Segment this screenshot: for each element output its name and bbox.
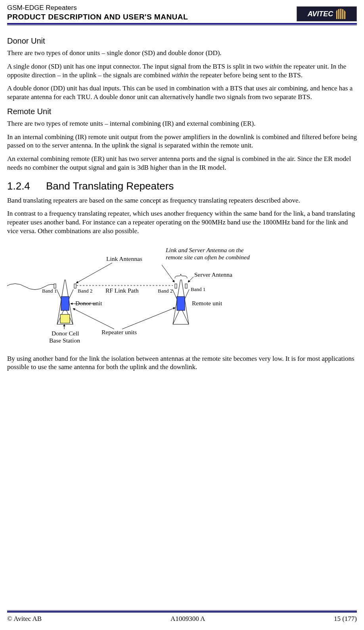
band-p3: By using another band for the link the i… (7, 354, 357, 372)
svg-rect-7 (185, 284, 187, 288)
remote-p2: In an internal combining (IR) remote uni… (7, 133, 357, 150)
page-footer: © Avitec AB A1009300 A 15 (177) (7, 610, 357, 623)
note-line2: remote site can often be combined (166, 254, 250, 260)
label-link-antennas: Link Antennas (106, 255, 142, 262)
band-p2: In contrast to a frequency translating r… (7, 209, 357, 235)
heading-number: 1.2.4 (7, 180, 46, 192)
arrow-server (188, 277, 193, 282)
arrow-repeater-right (122, 308, 175, 329)
header-left: GSM-EDGE Repeaters PRODUCT DESCRIPTION A… (7, 4, 188, 21)
arrow-repeater-left (73, 308, 114, 329)
logo-sun-icon (335, 9, 346, 19)
note-line1: Link and Server Antenna on the (165, 247, 244, 253)
label-donor-cell-l2: Base Station (49, 337, 80, 344)
label-band2-left: Band 2 (78, 288, 92, 294)
label-donor-cell-l1: Donor Cell (52, 330, 79, 337)
label-band2-right: Band 2 (158, 288, 172, 294)
page-header: GSM-EDGE Repeaters PRODUCT DESCRIPTION A… (7, 4, 357, 21)
label-band1-left: Band 1 (42, 288, 57, 294)
svg-rect-5 (60, 314, 70, 323)
heading-remote-unit: Remote Unit (7, 107, 357, 116)
header-rule-thick (7, 23, 357, 25)
heading-text: Band Translating Repeaters (46, 180, 174, 192)
remote-tower-icon (172, 280, 189, 324)
remote-p3: An external combining remote (ER) unit h… (7, 155, 357, 172)
label-band1-right: Band 1 (191, 286, 205, 292)
donor-p1: There are two types of donor units – sin… (7, 49, 357, 57)
svg-rect-10 (177, 297, 185, 310)
donor-p2c: the repeater before being sent to the BT… (189, 71, 303, 79)
band-p1: Band translating repeaters are based on … (7, 196, 357, 205)
footer-rule-thick (7, 611, 357, 613)
label-repeater-units: Repeater units (102, 329, 137, 335)
doc-title: GSM-EDGE Repeaters (7, 4, 188, 12)
arrow-link-left (76, 263, 112, 283)
footer-center: A1009300 A (171, 615, 205, 623)
label-server-antenna: Server Antenna (194, 271, 232, 278)
donor-p2: A single donor (SD) unit has one input c… (7, 62, 357, 80)
footer-rule-thin (7, 610, 357, 611)
svg-rect-6 (175, 284, 177, 288)
logo-text: AVITEC (308, 10, 333, 18)
avitec-logo: AVITEC (297, 6, 357, 21)
svg-rect-4 (61, 297, 69, 310)
svg-rect-1 (74, 284, 76, 288)
donor-tower-icon (54, 280, 76, 324)
label-rf-link-path: RF Link Path (105, 287, 139, 294)
band-translating-diagram: Link and Server Antenna on the remote si… (7, 245, 357, 348)
heading-donor-unit: Donor Unit (7, 36, 357, 46)
brace-icon (175, 274, 187, 278)
header-rule-thin (7, 25, 357, 25)
doc-subtitle: PRODUCT DESCRIPTION AND USER'S MANUAL (7, 13, 188, 21)
label-donor-unit: Donor unit (75, 300, 102, 306)
footer-left: © Avitec AB (7, 615, 42, 623)
footer-right: 15 (177) (334, 615, 357, 623)
label-remote-unit: Remote unit (192, 300, 222, 306)
heading-band-translating: 1.2.4Band Translating Repeaters (7, 180, 357, 192)
donor-p2-em2: within (172, 71, 189, 79)
donor-p2a: A single donor (SD) unit has one input c… (7, 63, 265, 70)
donor-p2-em1: within (265, 63, 282, 70)
remote-p1: There are two types of remote units – in… (7, 119, 357, 128)
arrow-link-right (162, 265, 174, 282)
donor-p3: A double donor (DD) unit has dual inputs… (7, 84, 357, 101)
